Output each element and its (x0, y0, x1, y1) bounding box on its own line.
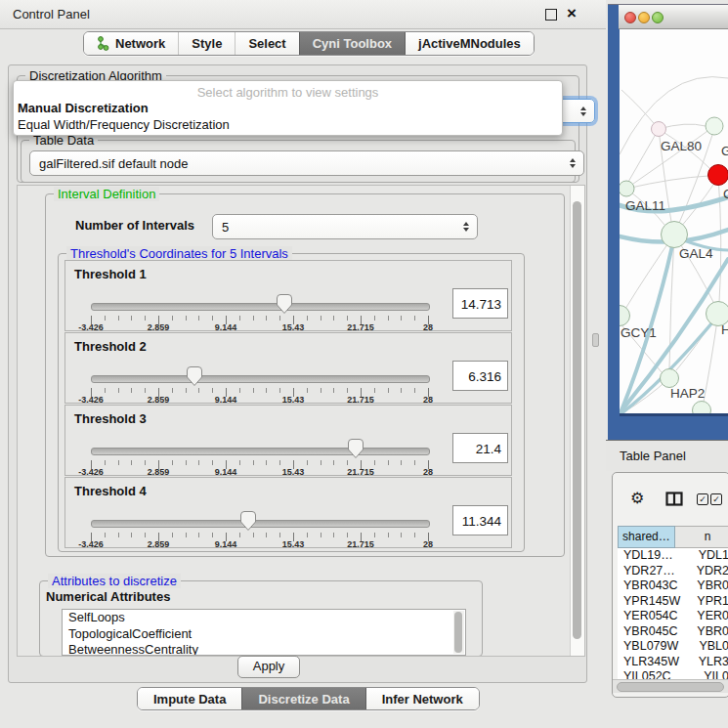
interval-definition-group: Interval Definition Number of Intervals … (45, 193, 565, 557)
attributes-list[interactable]: SelfLoops TopologicalCoefficient Between… (62, 609, 466, 656)
node-label: H (721, 322, 728, 337)
numerical-attributes-label: Numerical Attributes (46, 589, 170, 604)
checkbox-icon[interactable]: ✓ (710, 493, 722, 505)
slider-track[interactable] (91, 520, 430, 528)
threshold-panel: Threshold 2 -3.426 2.859 9.144 15.43 21.… (64, 332, 512, 404)
split-columns-icon[interactable] (665, 492, 683, 506)
table-row[interactable]: YBR045CYBR0 (618, 624, 728, 640)
slider-thumb[interactable] (239, 510, 257, 532)
table-row[interactable]: YIL052CYIL0 (618, 669, 728, 679)
float-window-icon[interactable] (545, 9, 557, 21)
slider-ticks (91, 316, 429, 321)
control-panel-titlebar: Control Panel × (0, 0, 606, 29)
node-red (708, 165, 728, 186)
list-scrollbar[interactable] (453, 611, 464, 654)
settings-scrollbar[interactable] (570, 186, 584, 656)
close-icon[interactable]: × (567, 3, 577, 24)
threshold-value-field[interactable]: 21.4 (452, 433, 508, 463)
table-row[interactable]: YBL079WYBL0 (618, 639, 728, 655)
dropdown-option-equal-width[interactable]: Equal Width/Frequency Discretization (18, 117, 230, 132)
node-gal80 (652, 122, 666, 137)
number-of-intervals-label: Number of Intervals (75, 218, 194, 233)
panel-splitter-handle[interactable] (592, 333, 599, 347)
apply-button[interactable]: Apply (237, 656, 300, 678)
node-gal4 (662, 222, 688, 248)
slider-thumb[interactable] (276, 293, 293, 315)
table-row[interactable]: YER054CYER0 (618, 609, 728, 624)
list-item[interactable]: TopologicalCoefficient (63, 626, 465, 643)
control-panel-tabbar: Network Style Select Cyni Toolbox jActiv… (83, 31, 535, 56)
slider-ticks (91, 388, 429, 393)
table-panel-title: Table Panel (620, 449, 686, 463)
node-gal11 (620, 181, 634, 196)
attributes-group: Attributes to discretize Numerical Attri… (39, 580, 483, 657)
settings-scroll-area: Interval Definition Number of Intervals … (17, 185, 585, 657)
slider-thumb[interactable] (186, 365, 203, 387)
gear-icon[interactable]: ⚙ (630, 489, 644, 507)
zoom-traffic-button[interactable] (652, 12, 664, 23)
table-data-combobox[interactable]: galFiltered.sif default node (29, 150, 584, 176)
column-header-shared-name[interactable]: shared… (618, 526, 675, 548)
stepper-icon (580, 107, 586, 116)
tab-discretize-data[interactable]: Discretize Data (241, 688, 364, 709)
node-bottom (693, 402, 711, 414)
tab-select[interactable]: Select (235, 32, 298, 55)
stepper-icon (570, 158, 576, 168)
tab-style[interactable]: Style (178, 32, 235, 55)
group-title: Attributes to discretize (48, 574, 181, 588)
group-title: Threshold's Coordinates for 5 Intervals (66, 246, 292, 261)
node-label: GA (721, 144, 728, 158)
network-icon (97, 36, 109, 51)
table-row[interactable]: YDL19…YDL1 (618, 548, 728, 564)
table-toolbar: ⚙ ✓ ✓ (613, 473, 728, 526)
threshold-panel: Threshold 1 -3.426 2.859 9.144 15.43 21.… (64, 260, 512, 331)
table-row[interactable]: YBR043CYBR0 (618, 578, 728, 594)
table-row[interactable]: YPR145WYPR1 (618, 594, 728, 610)
table-header-row: shared… n (618, 526, 728, 548)
dropdown-hint: Select algorithm to view settings (14, 85, 562, 100)
table-panel-window: ⚙ ✓ ✓ shared… n YDL19…YDL1 YDR27…YDR2 YB… (612, 472, 728, 698)
number-of-intervals-combobox[interactable]: 5 (212, 214, 478, 239)
algorithm-dropdown-popup: Select algorithm to view settings Manual… (13, 80, 563, 136)
dropdown-option-manual[interactable]: Manual Discretization (18, 101, 149, 115)
group-title: Interval Definition (54, 187, 159, 201)
threshold-label: Threshold 1 (74, 267, 147, 281)
thresholds-group: Threshold's Coordinates for 5 Intervals … (58, 253, 525, 552)
network-canvas[interactable]: GAL80 GA GAL11 C GAL4 GCY1 H HAP2 (620, 29, 728, 413)
close-traffic-button[interactable] (624, 12, 636, 23)
cyni-bottom-tabbar: Impute Data Discretize Data Infer Networ… (137, 687, 480, 710)
table-row[interactable]: YDR27…YDR2 (618, 564, 728, 579)
node-label: HAP2 (670, 386, 705, 401)
threshold-value-field[interactable]: 11.344 (452, 505, 508, 535)
slider-track[interactable] (91, 303, 430, 311)
slider-track[interactable] (91, 375, 430, 383)
table-panel-header: Table Panel (606, 440, 728, 471)
cyni-toolbox-panel: Discretization Algorithm Table Data galF… (8, 64, 587, 683)
threshold-panel: Threshold 4 -3.426 2.859 9.144 15.43 21.… (64, 477, 512, 548)
list-item[interactable]: SelfLoops (63, 610, 465, 626)
tab-cyni-toolbox[interactable]: Cyni Toolbox (299, 32, 405, 55)
slider-ticks (91, 533, 429, 537)
column-header-name[interactable]: n (675, 526, 728, 548)
threshold-label: Threshold 2 (74, 339, 147, 354)
checkbox-icon[interactable]: ✓ (697, 493, 708, 505)
table-horizontal-scrollbar[interactable] (613, 679, 728, 693)
list-item[interactable]: BetweennessCentrality (63, 642, 465, 656)
tab-jactivemnodules[interactable]: jActiveMNodules (405, 32, 534, 55)
slider-thumb[interactable] (347, 438, 364, 459)
slider-track[interactable] (91, 448, 430, 455)
node-label: GAL11 (625, 198, 665, 213)
tab-network[interactable]: Network (84, 32, 178, 55)
threshold-value-field[interactable]: 6.316 (452, 361, 508, 391)
stepper-icon (463, 222, 469, 232)
tab-infer-network[interactable]: Infer Network (365, 688, 479, 709)
scrollbar-thumb[interactable] (617, 682, 724, 692)
threshold-label: Threshold 3 (74, 411, 147, 426)
window-title: Control Panel (13, 7, 90, 21)
table-row[interactable]: YLR345WYLR3 (618, 655, 728, 670)
tab-impute-data[interactable]: Impute Data (138, 688, 241, 709)
scrollbar-thumb[interactable] (573, 201, 581, 639)
threshold-value-field[interactable]: 14.713 (452, 288, 508, 319)
minimize-traffic-button[interactable] (638, 12, 650, 23)
node-green-top (706, 117, 723, 135)
